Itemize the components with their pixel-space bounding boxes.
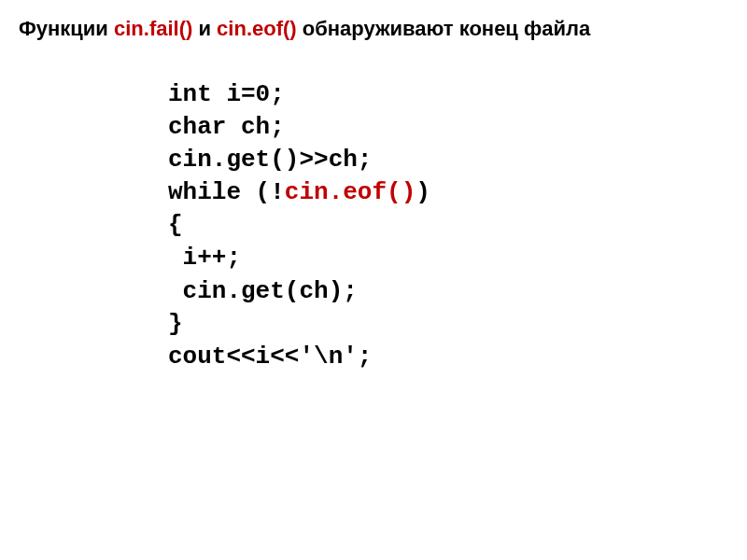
code-line-2: char ch; [168, 111, 728, 144]
code-line-5: { [168, 209, 728, 242]
code-line-3: cin.get()>>ch; [168, 144, 728, 176]
code-line-4-hl: cin.eof() [285, 178, 416, 206]
code-line-1: int i=0; [168, 78, 728, 111]
heading-fn2: cin.eof() [217, 17, 297, 40]
code-line-4-prefix: while (! [168, 178, 285, 206]
code-line-9: cout<<i<<'\n'; [168, 341, 728, 373]
heading-mid: и [192, 17, 217, 40]
heading-suffix: обнаруживают конец файла [297, 17, 591, 40]
code-line-4-suffix: ) [416, 178, 430, 206]
code-line-8: } [168, 308, 728, 341]
heading-prefix: Функции [19, 17, 114, 40]
code-block: int i=0; char ch; cin.get()>>ch; while (… [168, 78, 728, 373]
code-line-7: cin.get(ch); [168, 275, 728, 308]
code-line-4: while (!cin.eof()) [168, 176, 728, 209]
code-line-6: i++; [168, 242, 728, 274]
heading-fn1: cin.fail() [114, 17, 192, 40]
heading: Функции cin.fail() и cin.eof() обнаружив… [19, 17, 728, 41]
